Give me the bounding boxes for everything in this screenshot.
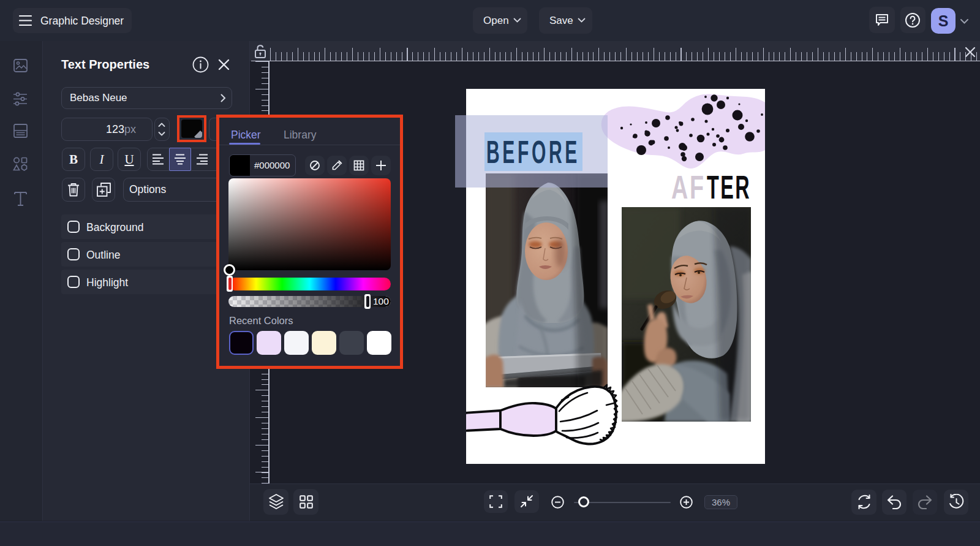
svg-text:BEFORE: BEFORE	[486, 134, 580, 170]
